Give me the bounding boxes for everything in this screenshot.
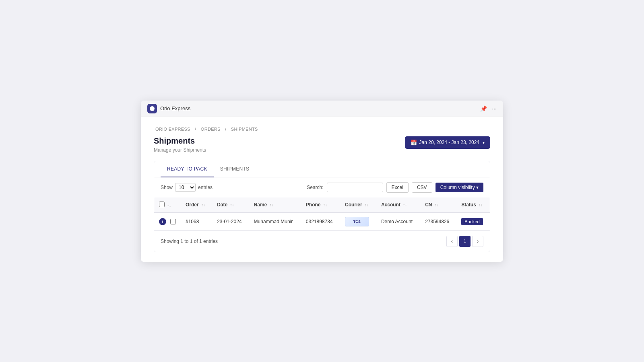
sort-icon-phone[interactable]: ↑↓ bbox=[323, 203, 327, 207]
sort-icon-order[interactable]: ↑↓ bbox=[201, 203, 205, 207]
app-title: Orio Express bbox=[160, 105, 190, 111]
row-status: Booked bbox=[456, 212, 490, 230]
pagination-page-1[interactable]: 1 bbox=[459, 236, 471, 247]
show-label: Show bbox=[161, 185, 173, 190]
table-row: i #1068 23-01-2024 Muhammad Munir 032189… bbox=[154, 212, 490, 230]
show-entries: Show 10 25 50 100 entries bbox=[161, 183, 213, 192]
col-select: ↑↓ bbox=[154, 197, 181, 213]
breadcrumb-item-3[interactable]: SHIPMENTS bbox=[231, 127, 258, 132]
col-date: Date ↑↓ bbox=[212, 197, 249, 213]
table-toolbar: Show 10 25 50 100 entries Search: Excel bbox=[154, 177, 490, 197]
title-bar: Orio Express 📌 ··· bbox=[141, 101, 503, 117]
page-header: Shipments Manage your Shipments 📅 Jan 20… bbox=[154, 136, 490, 153]
sort-icon-name[interactable]: ↑↓ bbox=[270, 203, 274, 207]
row-date: 23-01-2024 bbox=[212, 212, 249, 230]
pagination-next[interactable]: › bbox=[472, 236, 483, 247]
courier-logo: TCS bbox=[345, 217, 369, 226]
row-courier: TCS bbox=[340, 212, 376, 230]
column-visibility-button[interactable]: Column visibility ▾ bbox=[436, 183, 483, 192]
row-checkbox[interactable] bbox=[170, 219, 176, 224]
search-input[interactable] bbox=[327, 183, 383, 192]
row-account: Demo Account bbox=[376, 212, 420, 230]
row-actions-cell: i bbox=[154, 212, 181, 230]
pagination-prev[interactable]: ‹ bbox=[446, 236, 458, 247]
select-all-checkbox[interactable] bbox=[159, 202, 165, 207]
entries-select[interactable]: 10 25 50 100 bbox=[175, 183, 196, 192]
tab-ready-to-pack[interactable]: READY TO PACK bbox=[161, 161, 214, 177]
breadcrumb-sep-2: / bbox=[225, 127, 226, 132]
row-name: Muhammad Munir bbox=[249, 212, 301, 230]
search-area: Search: Excel CSV Column visibility ▾ bbox=[307, 182, 483, 193]
page-subtitle: Manage your Shipments bbox=[154, 147, 206, 153]
col-account: Account ↑↓ bbox=[376, 197, 420, 213]
page-title-block: Shipments Manage your Shipments bbox=[154, 136, 206, 153]
shipments-table: ↑↓ Order ↑↓ Date ↑↓ Name ↑↓ Phone ↑↓ Cou… bbox=[154, 197, 490, 230]
app-icon bbox=[147, 104, 157, 113]
col-order: Order ↑↓ bbox=[181, 197, 212, 213]
search-label: Search: bbox=[307, 185, 323, 190]
tabs: READY TO PACK SHIPMENTS bbox=[154, 161, 490, 177]
sort-icon-courier[interactable]: ↑↓ bbox=[365, 203, 369, 207]
entries-label: entries bbox=[198, 185, 213, 190]
table-body: i #1068 23-01-2024 Muhammad Munir 032189… bbox=[154, 212, 490, 230]
breadcrumb-item-1[interactable]: ORIO EXPRESS bbox=[155, 127, 190, 132]
col-courier: Courier ↑↓ bbox=[340, 197, 376, 213]
col-status: Status ↑↓ bbox=[456, 197, 490, 213]
sort-icon-status[interactable]: ↑↓ bbox=[479, 203, 483, 207]
tab-shipments[interactable]: SHIPMENTS bbox=[214, 161, 256, 177]
date-range-button[interactable]: 📅 Jan 20, 2024 - Jan 23, 2024 ▾ bbox=[405, 136, 490, 149]
table-footer: Showing 1 to 1 of 1 entries ‹ 1 › bbox=[154, 230, 490, 252]
menu-icon[interactable]: ··· bbox=[492, 105, 497, 112]
calendar-icon: 📅 bbox=[411, 140, 417, 146]
page-title: Shipments bbox=[154, 136, 206, 146]
col-cn: CN ↑↓ bbox=[420, 197, 456, 213]
breadcrumb: ORIO EXPRESS / ORDERS / SHIPMENTS bbox=[154, 127, 490, 132]
table-header-row: ↑↓ Order ↑↓ Date ↑↓ Name ↑↓ Phone ↑↓ Cou… bbox=[154, 197, 490, 213]
row-phone: 0321898734 bbox=[301, 212, 340, 230]
breadcrumb-sep-1: / bbox=[195, 127, 196, 132]
excel-button[interactable]: Excel bbox=[386, 182, 409, 193]
pin-icon[interactable]: 📌 bbox=[480, 105, 487, 112]
status-badge: Booked bbox=[461, 218, 483, 225]
row-cn: 273594826 bbox=[420, 212, 456, 230]
csv-button[interactable]: CSV bbox=[412, 182, 432, 193]
row-order: #1068 bbox=[181, 212, 212, 230]
sort-icon-cn[interactable]: ↑↓ bbox=[435, 203, 439, 207]
info-icon[interactable]: i bbox=[159, 218, 166, 225]
pagination: ‹ 1 › bbox=[446, 236, 483, 247]
date-caret-icon: ▾ bbox=[483, 140, 485, 145]
date-range-label: Jan 20, 2024 - Jan 23, 2024 bbox=[419, 140, 479, 145]
sort-icon-select: ↑↓ bbox=[167, 204, 171, 208]
col-phone: Phone ↑↓ bbox=[301, 197, 340, 213]
sort-icon-account[interactable]: ↑↓ bbox=[403, 203, 407, 207]
col-name: Name ↑↓ bbox=[249, 197, 301, 213]
showing-text: Showing 1 to 1 of 1 entries bbox=[161, 239, 218, 244]
breadcrumb-item-2[interactable]: ORDERS bbox=[201, 127, 221, 132]
sort-icon-date[interactable]: ↑↓ bbox=[230, 203, 234, 207]
shipments-card: READY TO PACK SHIPMENTS Show 10 25 50 10… bbox=[154, 161, 490, 252]
